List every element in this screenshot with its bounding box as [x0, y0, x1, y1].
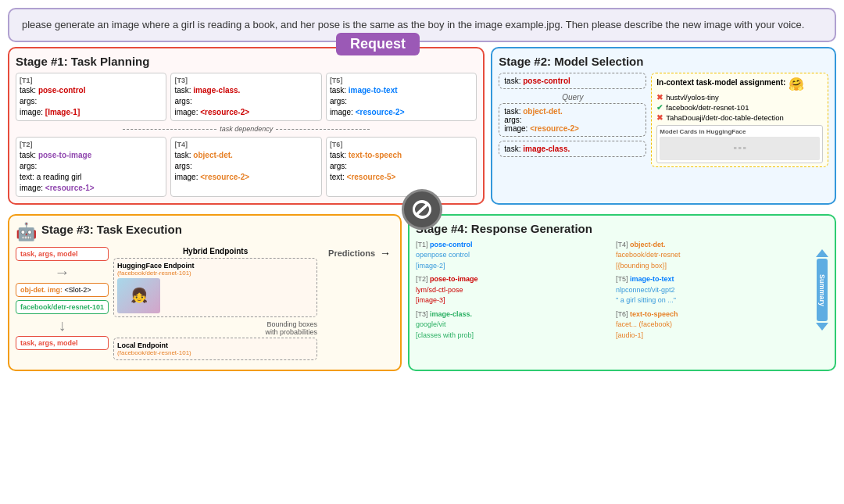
task-dependency: task dependency: [16, 125, 477, 133]
local-title: Local Endpoint: [117, 341, 313, 349]
t1-tag: [T1]: [20, 76, 163, 86]
stage4-title: Stage #4: Response Generation: [416, 222, 828, 235]
task-card-t4: [T4] task: object-det. args: image: <res…: [170, 137, 321, 197]
stage2-query: task: pose-control Query task: object-de…: [499, 73, 646, 167]
s4-grid: [T1] pose-control openpose control [imag…: [416, 240, 813, 341]
right-arrow: →: [380, 247, 391, 259]
assignment-box: In-context task-model assignment: 🤗 ✖ hu…: [651, 73, 828, 167]
s3-task-4: task, args, model: [16, 336, 109, 350]
summary-arrow: Summary: [817, 259, 828, 321]
gpt-circle: [402, 189, 442, 230]
model-card-preview: Model Cards in HuggingFace ≡ ≡ ≡: [656, 125, 823, 163]
x-icon-1: ✖: [656, 93, 663, 102]
arrow-down: [816, 323, 828, 331]
model-card-img: ≡ ≡ ≡: [660, 137, 820, 160]
query-box3: task: image-class.: [499, 141, 646, 157]
query-label: Query: [499, 93, 646, 102]
s4-t6: [T6] text-to-speech facet... (facebook) …: [616, 309, 813, 341]
stage3-title: Stage #3: Task Execution: [41, 223, 182, 236]
model-item-1: ✖ hustvl/yolos-tiny: [656, 93, 823, 102]
image-thumbnail: 👧: [117, 278, 160, 313]
s3-task-list: task, args, model → obj-det. img: <Slot-…: [16, 247, 109, 350]
stage2-box: Stage #2: Model Selection task: pose-con…: [491, 47, 836, 205]
s4-t5: [T5] image-to-text nlpconnect/vit-gpt2 "…: [616, 274, 813, 306]
s4-t3: [T3] image-class. google/vit [classes wi…: [416, 309, 613, 341]
query-box: task: pose-control: [499, 73, 646, 89]
task-card-t6: [T6] task: text-to-speech args: text: <r…: [326, 137, 477, 197]
task-card-t3: [T3] task: image-class. args: image: <re…: [170, 73, 321, 122]
task-card-t5: [T5] task: image-to-text args: image: <r…: [326, 73, 477, 122]
task-card-t2: [T2] task: pose-to-image args: text: a r…: [16, 137, 166, 197]
stage2-title: Stage #2: Model Selection: [499, 55, 828, 68]
stage1-box: Stage #1: Task Planning [T1] task: pose-…: [8, 47, 485, 205]
endpoints-title: Hybrid Endpoints: [113, 247, 317, 256]
local-endpoint: Local Endpoint (facebook/detr-resnet-101…: [113, 338, 317, 360]
s3-task-3: facebook/detr-resnet-101: [16, 300, 109, 314]
s4-content: [T1] pose-control openpose control [imag…: [416, 240, 828, 341]
stage3-box: 🤖 Stage #3: Task Execution task, args, m…: [8, 214, 402, 371]
summary-label: Summary: [818, 274, 826, 306]
s4-t1: [T1] pose-control openpose control [imag…: [416, 240, 613, 272]
s3-task-1: task, args, model: [16, 247, 109, 261]
hf-endpoint: HuggingFace Endpoint (facebook/detr-resn…: [113, 258, 317, 317]
s4-t2: [T2] pose-to-image lym/sd-ctl-pose [imag…: [416, 274, 613, 306]
s3-task-2: obj-det. img: <Slot-2>: [16, 283, 109, 297]
query-box2: task: object-det. args: image: <resource…: [499, 103, 646, 137]
predictions-text: Predictions: [325, 248, 378, 258]
hf-title: HuggingFace Endpoint: [117, 262, 313, 270]
hf-subtitle: (facebook/detr-resnet-101): [117, 270, 313, 277]
predictions-label-container: Predictions →: [322, 247, 394, 259]
stage2-assignment: In-context task-model assignment: 🤗 ✖ hu…: [651, 73, 828, 167]
bb-label: Bounding boxeswith probabilities: [113, 320, 317, 336]
robot-emoji: 🤖: [16, 222, 37, 242]
request-box: please generate an image where a girl is…: [8, 8, 836, 42]
task-card-t1: [T1] task: pose-control args: image: [Im…: [16, 73, 166, 122]
x-icon-2: ✖: [656, 113, 663, 122]
s4-t4: [T4] object-det. facebook/detr-resnet [{…: [616, 240, 813, 272]
assignment-title: In-context task-model assignment:: [656, 78, 785, 87]
request-label: Request: [336, 33, 420, 55]
request-text: please generate an image where a girl is…: [22, 19, 804, 30]
local-subtitle: (facebook/detr-resnet-101): [117, 349, 313, 356]
hug-emoji: 🤗: [789, 77, 804, 91]
check-icon: ✔: [656, 103, 663, 112]
model-item-3: ✖ TahaDouaji/detr-doc-table-detection: [656, 113, 823, 122]
stage4-box: Stage #4: Response Generation [T1] pose-…: [408, 214, 836, 371]
bottom-row: 🤖 Stage #3: Task Execution task, args, m…: [8, 214, 836, 371]
arrow-up: [816, 249, 828, 257]
model-item-2: ✔ facebook/detr-resnet-101: [656, 103, 823, 112]
stage1-title: Stage #1: Task Planning: [16, 55, 477, 68]
endpoints-container: Hybrid Endpoints HuggingFace Endpoint (f…: [113, 247, 317, 363]
summary-container: Summary: [816, 240, 828, 341]
